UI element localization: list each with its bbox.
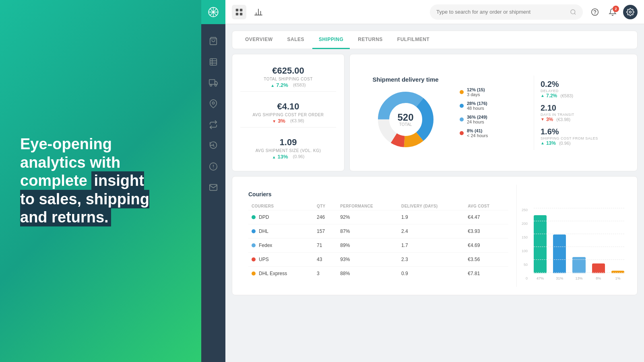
svg-rect-14 (240, 8, 242, 11)
col-performance: Performance (337, 202, 398, 210)
grid-line (534, 208, 624, 208)
sidebar-item-list[interactable] (204, 53, 222, 71)
tab-shipping[interactable]: SHIPPING (312, 31, 350, 49)
sidebar-item-truck[interactable] (204, 74, 222, 92)
delivery-legend: 12% (15) 3 days 28% (176) 48 hours (453, 83, 534, 142)
avg-shipment-stat: 1.09 AVG SHIPMENT SIZE (VOL. KG) 13% (0.… (240, 134, 336, 163)
svg-rect-15 (236, 12, 238, 15)
grid-view-button[interactable] (232, 5, 246, 19)
search-box (430, 4, 583, 20)
delayed-label: DELAYED (541, 89, 623, 93)
tab-fulfilment[interactable]: FULFILMENT (391, 31, 436, 49)
notification-button[interactable]: 2 (605, 5, 620, 19)
days-transit-stat: 2.10 DAYS IN TRANSIT 3% (€3.98) (541, 103, 623, 122)
delivery-card: Shipment delivery time (349, 54, 638, 171)
bar (553, 234, 566, 273)
notification-badge: 2 (613, 6, 619, 12)
y-axis-label: 50 (524, 263, 528, 267)
legend-item-2: 36% (249) 24 hours (460, 115, 527, 124)
sidebar-item-cart[interactable] (204, 32, 222, 50)
cart-icon (209, 37, 218, 45)
avg-shipping-label: AVG SHIPPING COST PER ORDER (252, 113, 324, 117)
bar (572, 257, 585, 273)
sidebar (201, 0, 225, 362)
bar-chart-icon (254, 8, 263, 16)
transit-arrow (541, 117, 545, 121)
sidebar-logo[interactable] (201, 0, 225, 24)
location-icon (209, 99, 218, 108)
col-name: Couriers (248, 202, 314, 210)
svg-rect-6 (209, 80, 215, 84)
table-row: Fedex 71 89% 1.7 €4.69 (248, 239, 508, 253)
y-axis-label: 100 (522, 249, 528, 253)
search-input[interactable] (436, 9, 567, 15)
svg-point-21 (571, 10, 575, 14)
total-shipping-change: 7.2% (270, 82, 288, 88)
bar-label: 13% (576, 276, 583, 280)
shipping-cost-sales-stat: 1.6% SHIPPING COST FROM SALES 13% (0.96) (541, 127, 623, 146)
settings-button[interactable] (623, 5, 638, 19)
legend-text-3: 8% (41) < 24 hours (467, 128, 488, 138)
courier-name-cell: DHL (248, 224, 314, 239)
chart-view-button[interactable] (251, 5, 266, 19)
courier-dot (252, 229, 256, 233)
tab-overview[interactable]: OVERVIEW (239, 31, 279, 49)
delivery-title: Shipment delivery time (372, 76, 438, 83)
avg-shipment-change: 13% (272, 154, 288, 160)
courier-dot (252, 272, 256, 276)
tab-sales[interactable]: SALES (281, 31, 311, 49)
tabs-bar: OVERVIEW SALES SHIPPING RETURNS FULFILME… (232, 31, 638, 49)
grid-line (534, 221, 624, 221)
tab-returns[interactable]: RETURNS (351, 31, 389, 49)
bar-column: 31% (553, 234, 566, 280)
sidebar-item-alert[interactable] (204, 158, 222, 175)
courier-dot (252, 215, 256, 219)
sales-arrow (541, 141, 545, 145)
grid-line (534, 247, 624, 247)
svg-point-25 (630, 11, 632, 13)
courier-name-cell: Fedex (248, 239, 314, 253)
avg-shipping-stat: €4.10 AVG SHIPPING COST PER ORDER 3% (€3… (240, 98, 336, 128)
delayed-stat: 0.2% DELAYED 7.2% (€583) (541, 80, 623, 99)
topbar-actions: 2 (588, 5, 638, 19)
delayed-value: 0.2% (541, 80, 623, 89)
couriers-table-section: Couriers Couriers Qty Performance Delive… (240, 185, 516, 287)
couriers-data-table: Couriers Qty Performance Delivery (days)… (248, 202, 508, 280)
col-avg-cost: AVG cost (464, 202, 508, 210)
col-qty: Qty (314, 202, 337, 210)
sidebar-item-mail[interactable] (204, 179, 222, 196)
total-shipping-label: TOTAL SHIPPING COST (264, 77, 313, 81)
svg-point-23 (592, 8, 599, 15)
help-button[interactable] (588, 5, 602, 19)
courier-dot (252, 257, 256, 261)
shipping-cost-sales-value: 1.6% (541, 127, 623, 136)
legend-item-1: 28% (176) 48 hours (460, 101, 527, 111)
logo-icon (208, 6, 219, 18)
shipping-cost-sales-change: 13% (0.96) (541, 140, 623, 146)
days-transit-value: 2.10 (541, 103, 623, 113)
bar-chart-inner: 250200150100500 47%31%13%8%1% (522, 208, 624, 280)
legend-dot-lightblue (460, 117, 464, 121)
couriers-tbody: DPD 246 92% 1.9 €4.47 DHL 157 87% 2.4 €3… (248, 210, 508, 281)
search-icon (570, 9, 576, 15)
courier-name-cell: DPD (248, 210, 314, 224)
right-stats: 0.2% DELAYED 7.2% (€583) 2.10 DAYS IN TR… (534, 76, 629, 150)
grid-line (534, 234, 624, 234)
bar-column: 1% (611, 271, 624, 280)
svg-rect-13 (236, 8, 238, 11)
total-shipping-value: €625.00 (272, 66, 304, 76)
bar-label: 8% (596, 276, 601, 280)
donut-chart: 520 TOTAL (376, 89, 436, 150)
mail-icon (209, 183, 218, 192)
bar-column: 13% (572, 257, 585, 280)
y-axis-label: 150 (522, 235, 528, 239)
stats-card: €625.00 TOTAL SHIPPING COST 7.2% (€583) … (232, 54, 345, 171)
sidebar-item-history[interactable] (204, 137, 222, 154)
legend-text-1: 28% (176) 48 hours (467, 101, 487, 111)
content-area: OVERVIEW SALES SHIPPING RETURNS FULFILME… (225, 24, 644, 362)
sidebar-item-location[interactable] (204, 95, 222, 113)
table-row: DPD 246 92% 1.9 €4.47 (248, 210, 508, 224)
delivery-chart-area: Shipment delivery time (358, 76, 453, 150)
days-transit-change: 3% (€3.98) (541, 117, 623, 122)
sidebar-item-sync[interactable] (204, 116, 222, 134)
